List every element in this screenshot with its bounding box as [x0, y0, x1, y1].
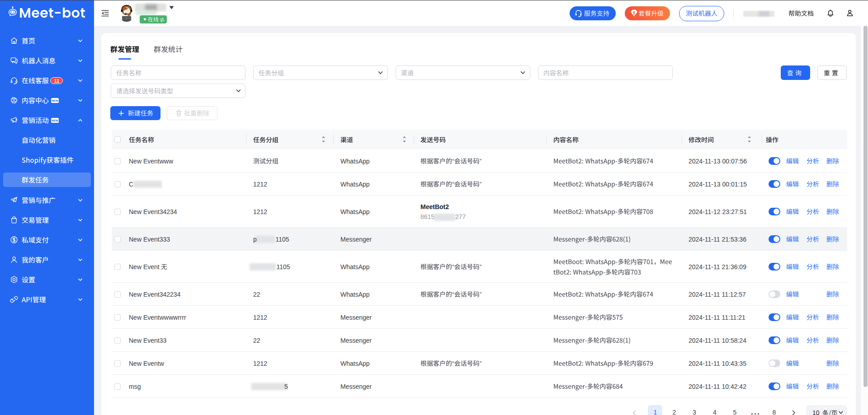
svg-text:NEW: NEW	[52, 99, 58, 102]
svg-text:NEW: NEW	[52, 119, 58, 122]
